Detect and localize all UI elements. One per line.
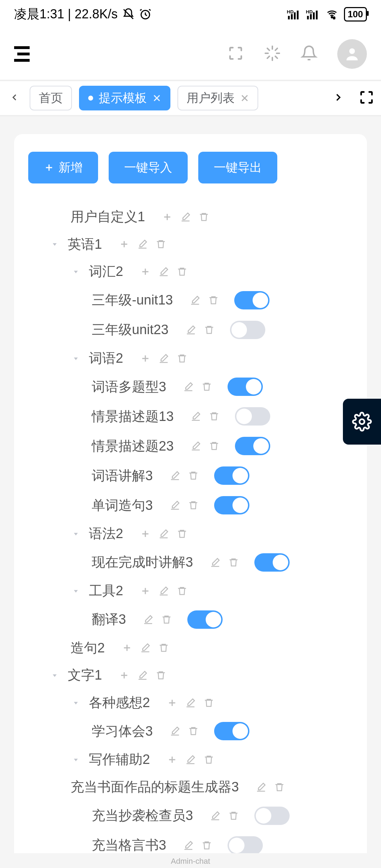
delete-icon[interactable] bbox=[273, 781, 285, 793]
chevron-down-icon[interactable] bbox=[71, 355, 81, 362]
chevron-down-icon[interactable] bbox=[71, 530, 81, 538]
plus-icon[interactable] bbox=[118, 669, 130, 681]
scan-icon[interactable] bbox=[227, 45, 244, 63]
tree-node[interactable]: 写作辅助2 bbox=[28, 746, 353, 773]
plus-icon[interactable] bbox=[121, 642, 133, 654]
delete-icon[interactable] bbox=[208, 440, 220, 452]
edit-icon[interactable] bbox=[169, 470, 181, 482]
toggle-switch[interactable] bbox=[254, 807, 290, 825]
delete-icon[interactable] bbox=[203, 697, 215, 709]
plus-icon[interactable] bbox=[139, 352, 151, 364]
delete-icon[interactable] bbox=[203, 754, 215, 766]
edit-icon[interactable] bbox=[185, 697, 196, 709]
delete-icon[interactable] bbox=[176, 352, 188, 364]
tree-node[interactable]: 语法2 bbox=[28, 520, 353, 548]
toggle-switch[interactable] bbox=[214, 496, 249, 514]
toggle-switch[interactable] bbox=[235, 437, 270, 455]
plus-icon[interactable] bbox=[166, 754, 178, 766]
tree-node[interactable]: 工具2 bbox=[28, 577, 353, 605]
loading-icon[interactable] bbox=[264, 45, 281, 63]
tree-leaf[interactable]: 充当抄袭检查员3 bbox=[28, 801, 353, 831]
tree-leaf[interactable]: 充当书面作品的标题生成器3 bbox=[28, 773, 353, 801]
tab-home[interactable]: 首页 bbox=[30, 86, 72, 110]
plus-icon[interactable] bbox=[139, 266, 151, 278]
edit-icon[interactable] bbox=[158, 352, 170, 364]
edit-icon[interactable] bbox=[158, 528, 170, 540]
edit-icon[interactable] bbox=[185, 754, 196, 766]
toggle-switch[interactable] bbox=[234, 291, 270, 309]
delete-icon[interactable] bbox=[228, 556, 240, 568]
edit-icon[interactable] bbox=[255, 781, 267, 793]
edit-icon[interactable] bbox=[139, 642, 151, 654]
tabs-prev-icon[interactable] bbox=[6, 92, 23, 104]
fullscreen-icon[interactable] bbox=[358, 89, 375, 107]
toggle-switch[interactable] bbox=[214, 466, 249, 485]
import-button[interactable]: 一键导入 bbox=[109, 152, 188, 183]
tab-close-icon[interactable]: ✕ bbox=[152, 92, 161, 104]
chevron-down-icon[interactable] bbox=[71, 587, 81, 595]
chevron-down-icon[interactable] bbox=[49, 240, 60, 248]
delete-icon[interactable] bbox=[187, 725, 199, 737]
toggle-switch[interactable] bbox=[228, 378, 263, 396]
tree-leaf[interactable]: 翻译3 bbox=[28, 605, 353, 634]
settings-fab[interactable] bbox=[343, 399, 381, 445]
add-button[interactable]: 新增 bbox=[28, 152, 98, 183]
tree-node[interactable]: 用户自定义1 bbox=[28, 203, 353, 231]
edit-icon[interactable] bbox=[209, 556, 221, 568]
delete-icon[interactable] bbox=[208, 410, 220, 422]
chevron-down-icon[interactable] bbox=[71, 756, 81, 764]
delete-icon[interactable] bbox=[198, 211, 210, 223]
avatar[interactable] bbox=[337, 39, 367, 69]
edit-icon[interactable] bbox=[142, 614, 154, 626]
delete-icon[interactable] bbox=[158, 642, 170, 654]
tabs-next-icon[interactable] bbox=[332, 91, 344, 105]
tree-node[interactable]: 词汇2 bbox=[28, 258, 353, 285]
edit-icon[interactable] bbox=[190, 440, 202, 452]
edit-icon[interactable] bbox=[158, 266, 170, 278]
tree-leaf[interactable]: 情景描述题13 bbox=[28, 402, 353, 431]
plus-icon[interactable] bbox=[139, 585, 151, 597]
delete-icon[interactable] bbox=[176, 585, 188, 597]
toggle-switch[interactable] bbox=[230, 321, 265, 339]
delete-icon[interactable] bbox=[228, 810, 240, 822]
edit-icon[interactable] bbox=[158, 585, 170, 597]
plus-icon[interactable] bbox=[139, 528, 151, 540]
toggle-switch[interactable] bbox=[228, 836, 263, 855]
menu-icon[interactable] bbox=[14, 46, 30, 62]
tab-users[interactable]: 用户列表 ✕ bbox=[177, 86, 258, 110]
edit-icon[interactable] bbox=[185, 324, 197, 336]
edit-icon[interactable] bbox=[182, 839, 194, 851]
tab-templates[interactable]: 提示模板 ✕ bbox=[79, 86, 170, 110]
tree-node[interactable]: 各种感想2 bbox=[28, 689, 353, 717]
delete-icon[interactable] bbox=[201, 839, 213, 851]
delete-icon[interactable] bbox=[203, 324, 215, 336]
delete-icon[interactable] bbox=[176, 528, 188, 540]
tree-leaf[interactable]: 三年级unit23 bbox=[28, 315, 353, 345]
toggle-switch[interactable] bbox=[235, 407, 270, 426]
tree-leaf[interactable]: 词语多题型3 bbox=[28, 372, 353, 402]
tree-leaf[interactable]: 现在完成时讲解3 bbox=[28, 548, 353, 577]
chevron-down-icon[interactable] bbox=[71, 699, 81, 707]
edit-icon[interactable] bbox=[169, 725, 181, 737]
delete-icon[interactable] bbox=[155, 669, 167, 681]
plus-icon[interactable] bbox=[118, 238, 130, 250]
delete-icon[interactable] bbox=[187, 470, 199, 482]
delete-icon[interactable] bbox=[207, 294, 219, 306]
edit-icon[interactable] bbox=[182, 381, 194, 393]
chevron-down-icon[interactable] bbox=[71, 268, 81, 276]
edit-icon[interactable] bbox=[209, 810, 221, 822]
delete-icon[interactable] bbox=[161, 614, 173, 626]
edit-icon[interactable] bbox=[169, 499, 181, 511]
tree-leaf[interactable]: 词语讲解3 bbox=[28, 461, 353, 490]
tree-node[interactable]: 造句2 bbox=[28, 634, 353, 662]
edit-icon[interactable] bbox=[137, 669, 149, 681]
tree-node[interactable]: 词语2 bbox=[28, 345, 353, 372]
plus-icon[interactable] bbox=[166, 697, 178, 709]
edit-icon[interactable] bbox=[137, 238, 149, 250]
delete-icon[interactable] bbox=[155, 238, 167, 250]
tree-leaf[interactable]: 学习体会3 bbox=[28, 716, 353, 746]
tab-close-icon[interactable]: ✕ bbox=[240, 92, 249, 104]
export-button[interactable]: 一键导出 bbox=[198, 152, 277, 183]
edit-icon[interactable] bbox=[180, 211, 192, 223]
bell-icon[interactable] bbox=[301, 45, 318, 63]
